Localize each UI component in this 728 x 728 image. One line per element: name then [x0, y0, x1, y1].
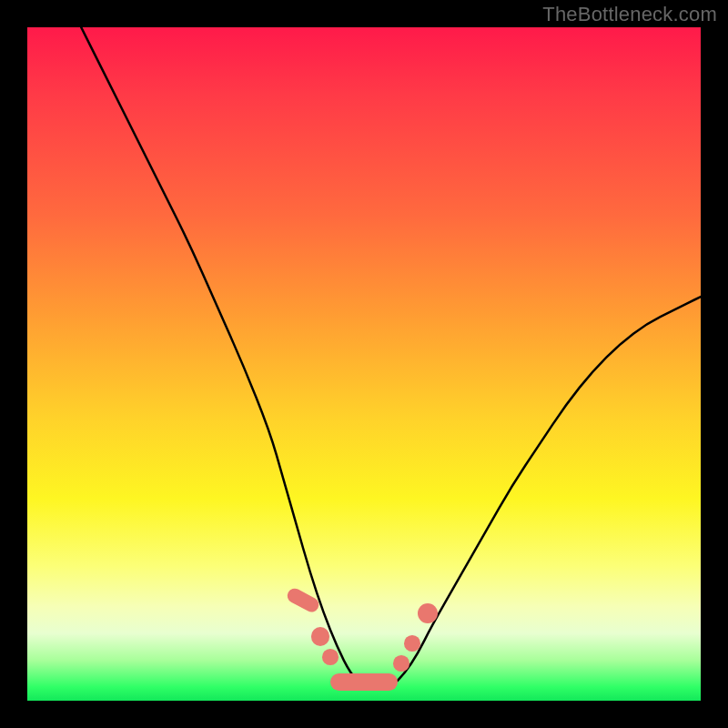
- watermark-text: TheBottleneck.com: [542, 3, 717, 26]
- plot-area: [27, 27, 701, 701]
- bottleneck-curve: [27, 27, 701, 701]
- curve-marker-dot: [404, 635, 420, 652]
- curve-path: [81, 27, 701, 687]
- curve-marker-dot: [393, 655, 410, 672]
- curve-marker-dot: [322, 649, 339, 665]
- chart-frame: TheBottleneck.com: [0, 0, 728, 728]
- curve-marker-pill: [330, 673, 398, 691]
- curve-marker-dot: [311, 627, 330, 646]
